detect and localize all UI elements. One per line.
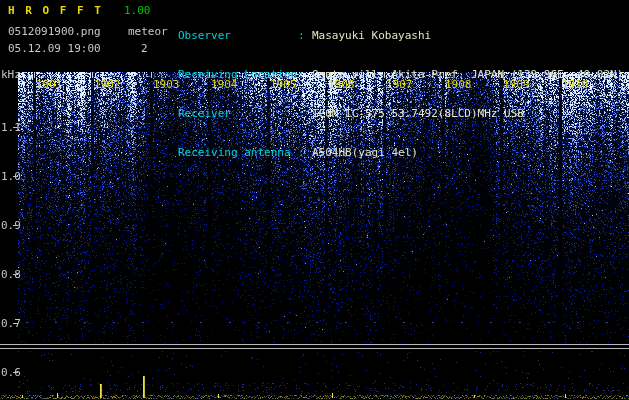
mode-label: meteor	[128, 25, 168, 38]
info-row-receiver: Receiver : ICOM IC-575 53.7492(8LCD)MHz …	[178, 107, 623, 120]
station-info-table: Observer : Masayuki Kobayashi Receiving …	[178, 3, 623, 185]
info-value: ICOM IC-575 53.7492(8LCD)MHz USB	[312, 107, 524, 120]
meteor-count: 2	[141, 42, 148, 55]
info-row-observer: Observer : Masayuki Kobayashi	[178, 29, 623, 42]
app-title: H R O F F T	[8, 4, 103, 17]
time-tick-label: 1907	[386, 78, 413, 91]
frequency-tick-label: 0.9	[1, 219, 21, 232]
frequency-tick-label: 0.6	[1, 366, 21, 379]
info-separator: :	[298, 68, 308, 81]
time-tick-label: 1903	[153, 78, 180, 91]
time-tick-label: 1902	[94, 78, 121, 91]
time-tick-label: 1908	[445, 78, 472, 91]
info-label: Receiving antenna	[178, 146, 298, 159]
time-tick-label: 1906	[328, 78, 355, 91]
info-separator: :	[298, 146, 308, 159]
info-separator: :	[298, 29, 308, 42]
khz-unit-label: kHz	[1, 68, 21, 81]
frequency-tick-label: 0.8	[1, 268, 21, 281]
frequency-tick-label: 0.7	[1, 317, 21, 330]
info-row-antenna: Receiving antenna : A504HB(yagi 4el)	[178, 146, 623, 159]
frequency-tick-label: 1.1	[1, 121, 21, 134]
time-tick-label: 1904	[211, 78, 238, 91]
info-value: A504HB(yagi 4el)	[312, 146, 418, 159]
time-tick-label: 1909	[503, 78, 530, 91]
output-filename: 0512091900.png	[8, 25, 101, 38]
observation-datetime: 05.12.09 19:00	[8, 42, 101, 55]
info-label: Observer	[178, 29, 298, 42]
time-tick-label: 1910	[562, 78, 589, 91]
app-version: 1.00	[124, 4, 151, 17]
info-value: Masayuki Kobayashi	[312, 29, 431, 42]
time-tick-label: 1905	[270, 78, 297, 91]
frequency-tick-label: 1.0	[1, 170, 21, 183]
time-tick-label: 1901	[36, 78, 63, 91]
info-label: Receiver	[178, 107, 298, 120]
hrofft-output-window: H R O F F T 1.00 0512091900.png meteor 0…	[0, 0, 629, 400]
info-separator: :	[298, 107, 308, 120]
